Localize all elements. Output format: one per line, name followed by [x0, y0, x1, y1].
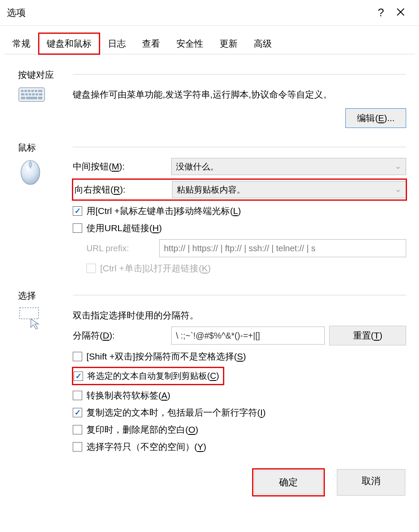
url-prefix-input[interactable]: http:// | https:// | ftp:// | ssh:// | t…	[159, 239, 406, 257]
ctrl-click-move-row: 用[Ctrl +鼠标左键单击]移动终端光标(L)	[73, 205, 406, 217]
dialog-footer: 确定 取消	[0, 462, 419, 508]
use-url-link-checkbox[interactable]	[73, 223, 82, 233]
nonblank-only-row: 选择字符只（不空的空间）(Y)	[73, 441, 406, 453]
svg-rect-10	[25, 93, 28, 95]
svg-rect-7	[35, 90, 37, 92]
use-url-link-label: 使用URL超链接(H)	[86, 222, 162, 234]
auto-copy-highlight: 将选定的文本自动复制到剪贴板(C)	[73, 368, 223, 384]
convert-tab-label: 转换制表符软标签(A)	[86, 389, 170, 401]
delimiter-row: 分隔符(D): \ :;~`!@#$%^&*()-=+|[] 重置(T)	[73, 326, 406, 345]
section-keymap-divider	[73, 74, 406, 81]
trim-trailing-checkbox[interactable]	[73, 425, 82, 434]
tab-keyboard-mouse[interactable]: 键盘和鼠标	[39, 33, 100, 54]
tab-security[interactable]: 安全性	[168, 33, 211, 54]
nonblank-only-checkbox[interactable]	[73, 442, 82, 452]
svg-rect-11	[29, 93, 31, 95]
section-select: 选择 双击指定选择时使用的分隔符。 分隔符(D): \ :;~`!@#$%^&*…	[18, 290, 406, 458]
edit-keymap-button[interactable]: 编辑(E)...	[345, 108, 406, 128]
mouse-icon	[18, 154, 69, 279]
url-prefix-label: URL prefix:	[86, 244, 155, 253]
svg-rect-14	[39, 93, 42, 95]
right-button-select[interactable]: 粘贴剪贴板内容。 ⌵	[172, 181, 406, 198]
close-button[interactable]	[391, 6, 410, 19]
ok-button-highlight: 确定	[253, 469, 324, 496]
tab-log[interactable]: 日志	[100, 33, 134, 54]
svg-rect-13	[36, 93, 38, 95]
svg-rect-6	[31, 90, 34, 92]
section-select-heading: 选择	[18, 290, 69, 302]
convert-tab-row: 转换制表符软标签(A)	[73, 389, 406, 401]
ctrl-click-open-row: [Ctrl +单击]以打开超链接(K)	[86, 262, 406, 274]
right-button-label: 向右按钮(R):	[74, 184, 168, 196]
chevron-down-icon: ⌵	[394, 163, 402, 170]
auto-copy-label: 将选定的文本自动复制到剪贴板(C)	[87, 370, 219, 382]
svg-rect-8	[38, 90, 42, 92]
url-prefix-row: URL prefix: http:// | https:// | ftp:// …	[86, 239, 406, 257]
trim-trailing-row: 复印时，删除尾部的空白(O)	[73, 424, 406, 436]
tab-bar: 常规 键盘和鼠标 日志 查看 安全性 更新 高级	[4, 33, 415, 54]
window-title: 选项	[7, 6, 371, 19]
middle-button-label: 中间按钮(M):	[73, 160, 167, 172]
tab-view[interactable]: 查看	[134, 33, 168, 54]
svg-rect-12	[32, 93, 35, 95]
section-keymap-heading: 按键对应	[18, 69, 69, 81]
svg-rect-15	[21, 97, 25, 99]
tab-advanced[interactable]: 高级	[246, 33, 280, 54]
include-newline-checkbox[interactable]	[73, 408, 82, 417]
url-prefix-value: http:// | https:// | ftp:// | ssh:// | t…	[164, 244, 315, 253]
ok-button[interactable]: 确定	[254, 470, 323, 494]
tab-content: 按键对应 键盘操作可由菜单功能,发送字符串,运行脚本,协议命令等自定义。 编辑(…	[0, 54, 419, 462]
svg-rect-21	[20, 308, 39, 319]
delimiter-input[interactable]: \ :;~`!@#$%^&*()-=+|[]	[171, 327, 325, 345]
tab-general[interactable]: 常规	[4, 33, 39, 54]
titlebar: 选项 ?	[0, 0, 419, 26]
keyboard-icon	[18, 81, 69, 131]
close-icon	[396, 8, 405, 16]
middle-button-select[interactable]: 没做什么。 ⌵	[171, 158, 406, 175]
section-mouse: 鼠标 中间按钮(M): 没做什么。	[18, 142, 406, 279]
delimiter-label: 分隔符(D):	[73, 330, 167, 342]
section-select-divider	[73, 295, 406, 302]
cancel-button[interactable]: 取消	[337, 469, 405, 496]
middle-button-row: 中间按钮(M): 没做什么。 ⌵	[73, 158, 406, 175]
right-button-row: 向右按钮(R): 粘贴剪贴板内容。 ⌵	[73, 179, 406, 200]
tab-update[interactable]: 更新	[211, 33, 246, 54]
trim-trailing-label: 复印时，删除尾部的空白(O)	[86, 424, 198, 436]
section-mouse-heading: 鼠标	[18, 142, 69, 154]
delimiter-value: \ :;~`!@#$%^&*()-=+|[]	[176, 331, 260, 341]
ctrl-click-move-label: 用[Ctrl +鼠标左键单击]移动终端光标(L)	[86, 205, 241, 217]
ctrl-click-move-checkbox[interactable]	[73, 206, 82, 216]
convert-tab-checkbox[interactable]	[73, 391, 82, 400]
auto-copy-checkbox[interactable]	[74, 372, 83, 381]
svg-rect-5	[28, 90, 30, 92]
selection-icon	[18, 302, 69, 458]
shift-dblclick-checkbox[interactable]	[73, 352, 82, 361]
keymap-desc: 键盘操作可由菜单功能,发送字符串,运行脚本,协议命令等自定义。	[73, 89, 406, 101]
svg-rect-9	[21, 93, 24, 95]
help-button[interactable]: ?	[371, 6, 391, 19]
svg-rect-17	[38, 97, 42, 99]
ctrl-click-open-label: [Ctrl +单击]以打开超链接(K)	[100, 262, 211, 274]
svg-rect-3	[21, 90, 24, 92]
right-button-value: 粘贴剪贴板内容。	[177, 184, 394, 196]
include-newline-row: 复制选定的文本时，包括最后一个新行字符(I)	[73, 407, 406, 419]
reset-delimiter-button[interactable]: 重置(T)	[329, 326, 406, 345]
shift-dblclick-row: [Shift +双击]按分隔符而不是空格选择(S)	[73, 351, 406, 363]
svg-rect-20	[29, 162, 32, 167]
shift-dblclick-label: [Shift +双击]按分隔符而不是空格选择(S)	[86, 351, 246, 363]
select-desc: 双击指定选择时使用的分隔符。	[73, 309, 406, 321]
include-newline-label: 复制选定的文本时，包括最后一个新行字符(I)	[86, 407, 266, 419]
svg-rect-16	[26, 97, 37, 99]
use-url-link-row: 使用URL超链接(H)	[73, 222, 406, 234]
nonblank-only-label: 选择字符只（不空的空间）(Y)	[86, 441, 206, 453]
middle-button-value: 没做什么。	[176, 161, 394, 172]
chevron-down-icon: ⌵	[394, 186, 402, 193]
section-mouse-divider	[73, 147, 406, 154]
section-keymap: 按键对应 键盘操作可由菜单功能,发送字符串,运行脚本,协议命令等自定义。 编辑(…	[18, 69, 406, 131]
svg-rect-4	[24, 90, 27, 92]
ctrl-click-open-checkbox	[86, 264, 96, 273]
